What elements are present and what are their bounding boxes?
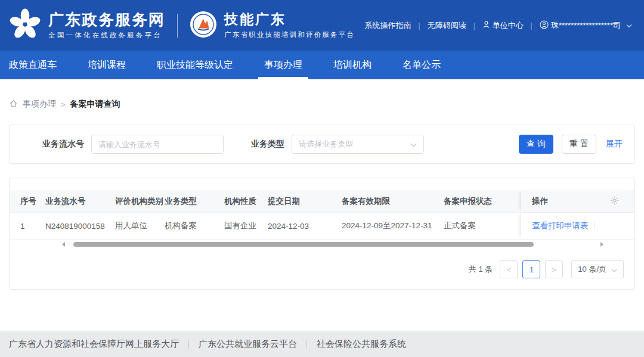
reset-button[interactable]: 重置 [562, 135, 596, 154]
home-icon[interactable] [9, 99, 18, 110]
footer-link-employment-cloud[interactable]: 广东公共就业服务云平台 [199, 339, 297, 350]
footer-divider [188, 340, 189, 349]
nav-item-training-courses[interactable]: 培训课程 [88, 51, 126, 79]
search-button[interactable]: 查询 [519, 135, 553, 154]
cell-org-nature: 国有企业 [224, 221, 268, 231]
site-logo-icon [9, 8, 41, 43]
cell-index: 1 [10, 222, 45, 231]
cell-biz-type: 机构备案 [165, 221, 224, 231]
scroll-right-arrow-icon[interactable] [600, 242, 603, 247]
footer-link-social-insurance[interactable]: 社会保险公共服务系统 [317, 339, 406, 350]
header-divider [177, 14, 178, 38]
active-tab-indicator [258, 77, 308, 79]
unit-center-link[interactable]: 单位中心 [482, 20, 524, 31]
username: 珠******************司 [551, 20, 621, 31]
platform-logo-block: 技能广东 广东省职业技能培训和评价服务平台 [190, 11, 355, 41]
platform-badge-icon [190, 11, 217, 41]
col-header-actions: 操作 [521, 190, 634, 212]
page-size-select[interactable]: 10 条/页 [571, 260, 624, 278]
col-header-biz-type: 业务类型 [165, 196, 224, 207]
user-menu[interactable]: 珠******************司 [540, 20, 632, 31]
nav-item-training-institutions[interactable]: 培训机构 [333, 51, 371, 79]
col-header-submit-date: 提交日期 [268, 196, 342, 207]
main-nav: 政策直通车 培训课程 职业技能等级认定 事项办理 培训机构 名单公示 [0, 51, 644, 79]
site-logo-block: 广东政务服务网 全国一体化在线政务服务平台 [9, 8, 165, 43]
pagination-total: 共 1 条 [469, 264, 493, 275]
person-icon [482, 20, 490, 30]
table-row: 1 N240819000158 用人单位 机构备案 国有企业 2024-12-0… [10, 213, 634, 240]
nav-item-policy-express[interactable]: 政策直通车 [9, 51, 57, 79]
gear-icon[interactable] [610, 196, 619, 207]
serial-number-input[interactable] [91, 135, 224, 154]
pagination-page-1[interactable]: 1 [522, 260, 540, 278]
scroll-left-arrow-icon[interactable] [62, 242, 65, 247]
cell-submit-date: 2024-12-03 [268, 222, 342, 231]
platform-subtitle: 广东省职业技能培训和评价服务平台 [224, 30, 355, 39]
pagination-prev-button[interactable]: < [500, 260, 518, 278]
col-header-serial: 业务流水号 [45, 196, 115, 207]
chevron-down-icon [410, 139, 417, 150]
pagination-next-button[interactable]: > [545, 260, 563, 278]
chevron-down-icon [626, 21, 632, 30]
site-subtitle: 全国一体化在线政务服务平台 [48, 31, 165, 40]
breadcrumb-current: 备案申请查询 [70, 99, 120, 110]
cell-serial: N240819000158 [45, 222, 115, 231]
link-separator: | [531, 21, 532, 30]
search-filter-panel: 业务流水号 业务类型 请选择业务类型 查询 重置 展开 [9, 125, 635, 164]
table-header-row: 序号 业务流水号 评价机构类别 业务类型 机构性质 提交日期 备案有效期限 备案… [10, 190, 634, 213]
footer-divider [306, 340, 307, 349]
link-separator: | [473, 21, 475, 30]
cell-validity: 2024-12-09至2027-12-31 [342, 221, 444, 231]
col-header-org-nature: 机构性质 [224, 196, 268, 207]
app-header: 广东政务服务网 全国一体化在线政务服务平台 技能广东 广东省职业技能培训和评价服… [0, 0, 644, 51]
cell-actions: 查看打印申请表 [521, 213, 634, 239]
horizontal-scrollbar [62, 241, 603, 247]
results-table-card: 序号 业务流水号 评价机构类别 业务类型 机构性质 提交日期 备案有效期限 备案… [9, 178, 635, 290]
expand-link[interactable]: 展开 [606, 139, 623, 150]
accessibility-link[interactable]: 无障碍阅读 [428, 20, 466, 31]
footer: 广东省人力资源和社会保障厅网上服务大厅 广东公共就业服务云平台 社会保险公共服务… [0, 331, 644, 357]
breadcrumb-section[interactable]: 事项办理 [23, 99, 56, 110]
link-separator: | [419, 21, 420, 30]
nav-item-skill-level-certification[interactable]: 职业技能等级认定 [157, 51, 233, 79]
col-header-index: 序号 [10, 196, 45, 207]
system-guide-link[interactable]: 系统操作指南 [365, 20, 411, 31]
platform-title: 技能广东 [224, 11, 355, 27]
scrollbar-thumb[interactable] [73, 242, 534, 247]
breadcrumb-separator: > [61, 100, 66, 109]
pagination: 共 1 条 < 1 > 10 条/页 [10, 260, 634, 278]
view-print-application-link[interactable]: 查看打印申请表 [532, 221, 589, 231]
business-type-label: 业务类型 [251, 139, 284, 150]
footer-link-hrss-hall[interactable]: 广东省人力资源和社会保障厅网上服务大厅 [9, 339, 179, 350]
cell-status: 正式备案 [444, 221, 521, 231]
nav-item-matters-handling[interactable]: 事项办理 [264, 51, 302, 79]
site-title: 广东政务服务网 [48, 11, 165, 29]
col-header-status: 备案申报状态 [444, 196, 521, 207]
col-header-validity: 备案有效期限 [342, 196, 444, 207]
action-divider [595, 222, 595, 230]
nav-item-public-list[interactable]: 名单公示 [402, 51, 441, 79]
chevron-down-icon [611, 265, 617, 274]
business-type-select[interactable]: 请选择业务类型 [292, 135, 424, 154]
serial-number-label: 业务流水号 [42, 139, 84, 150]
breadcrumb: 事项办理 > 备案申请查询 [9, 99, 635, 110]
cell-org-category: 用人单位 [115, 221, 165, 231]
scrollbar-track[interactable] [68, 242, 597, 247]
col-header-org-category: 评价机构类别 [115, 196, 165, 207]
avatar-icon [540, 20, 549, 31]
